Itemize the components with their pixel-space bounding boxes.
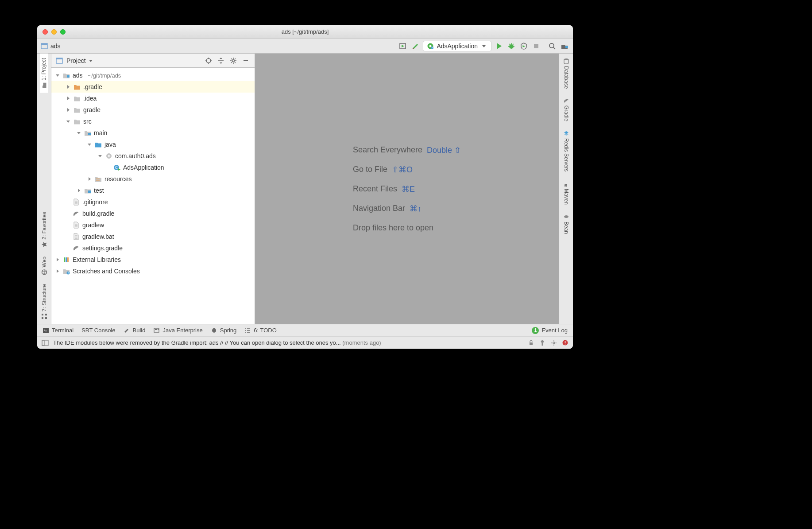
node-label: gradlew.bat [82, 233, 114, 240]
svg-line-47 [235, 58, 236, 59]
svg-marker-49 [56, 74, 59, 77]
node-label: .gradle [83, 83, 102, 90]
node-path: ~/git/tmp/ads [88, 72, 121, 79]
coverage-button[interactable] [519, 41, 529, 51]
tab-sbt-console[interactable]: SBT Console [81, 327, 115, 334]
disclosure-down-icon[interactable] [87, 142, 92, 147]
rail-tab-project[interactable]: 1: Project [40, 54, 48, 93]
disclosure-right-icon[interactable] [66, 107, 71, 113]
tab-spring[interactable]: Spring [211, 327, 237, 334]
rail-tab-redis[interactable]: Redis Servers [562, 126, 570, 176]
window-close-button[interactable] [43, 29, 48, 35]
tree-node-build-gradle[interactable]: build.gradle [51, 208, 255, 219]
view-config-icon[interactable] [398, 41, 408, 51]
tree-node-scratches[interactable]: Scratches and Consoles [51, 265, 255, 277]
tree-node-root[interactable]: ads ~/git/tmp/ads [51, 70, 255, 81]
tree-node-java[interactable]: java [51, 139, 255, 150]
window-minimize-button[interactable] [51, 29, 57, 35]
collapse-all-icon[interactable] [217, 56, 225, 65]
rail-label: Database [563, 66, 569, 89]
disclosure-right-icon[interactable] [55, 268, 60, 274]
tree-node-test[interactable]: test [51, 185, 255, 196]
svg-text:C: C [115, 165, 118, 170]
tab-label: Event Log [541, 327, 568, 334]
disclosure-right-icon[interactable] [55, 257, 60, 262]
stop-button[interactable] [531, 41, 541, 51]
tab-label: Terminal [52, 327, 73, 334]
disclosure-right-icon[interactable] [76, 188, 81, 193]
module-icon [41, 43, 48, 50]
tab-build[interactable]: Build [123, 327, 145, 334]
disclosure-down-icon[interactable] [76, 130, 81, 136]
inspector-icon[interactable] [539, 339, 546, 346]
project-tool-window: Project ads ~/git/tmp/ads [51, 54, 255, 324]
search-icon[interactable] [547, 41, 557, 51]
project-structure-icon[interactable] [560, 41, 569, 51]
tab-java-enterprise[interactable]: Java Enterprise [153, 327, 202, 334]
rail-tab-web[interactable]: Web [40, 252, 48, 280]
svg-rect-48 [244, 60, 248, 61]
disclosure-down-icon[interactable] [97, 153, 103, 159]
project-tree[interactable]: ads ~/git/tmp/ads .gradle .idea [51, 68, 255, 324]
disclosure-right-icon[interactable] [66, 84, 71, 89]
hint-label: Go to File [353, 165, 387, 174]
rail-tab-maven[interactable]: m Maven [562, 176, 570, 209]
editor-area[interactable]: Search EverywhereDouble ⇧ Go to File⇧⌘O … [255, 54, 559, 324]
disclosure-right-icon[interactable] [66, 96, 71, 101]
gradle-icon [73, 210, 80, 217]
svg-marker-3 [402, 45, 404, 47]
rail-tab-structure[interactable]: 7: Structure [40, 280, 48, 324]
project-view-icon [56, 57, 63, 64]
hint-shortcut: ⌘↑ [410, 204, 421, 214]
disclosure-right-icon[interactable] [87, 176, 92, 182]
tree-node-resources[interactable]: resources [51, 173, 255, 185]
rail-label: Maven [563, 189, 569, 205]
module-icon [63, 72, 70, 79]
right-tool-rail: Database Gradle Redis Servers m Maven Be… [559, 54, 573, 324]
tree-node-gradle-dot[interactable]: .gradle [51, 81, 255, 93]
tab-event-log[interactable]: 1 Event Log [532, 327, 568, 334]
folder-icon [41, 82, 47, 89]
debug-button[interactable] [507, 41, 516, 51]
tab-terminal[interactable]: Terminal [43, 327, 73, 334]
window-zoom-button[interactable] [60, 29, 66, 35]
locate-icon[interactable] [204, 56, 213, 65]
error-indicator-icon[interactable] [562, 339, 568, 346]
project-pane-header: Project [51, 54, 255, 68]
svg-rect-68 [88, 191, 91, 193]
build-icon[interactable] [410, 41, 420, 51]
rail-tab-gradle[interactable]: Gradle [562, 93, 570, 126]
settings-sync-icon[interactable] [550, 339, 557, 346]
tree-node-gradle[interactable]: gradle [51, 104, 255, 116]
tree-node-gitignore[interactable]: .gitignore [51, 196, 255, 208]
tab-todo[interactable]: 6: TODO [244, 327, 277, 334]
gear-icon[interactable] [229, 56, 238, 65]
rail-tab-bean[interactable]: Bean [562, 209, 570, 238]
breadcrumb[interactable]: ads [41, 43, 61, 50]
rail-tab-database[interactable]: Database [562, 54, 570, 93]
disclosure-down-icon[interactable] [55, 73, 60, 78]
status-panel-icon[interactable] [42, 339, 49, 346]
tree-node-main[interactable]: main [51, 127, 255, 139]
tree-node-app-class[interactable]: C AdsApplication [51, 162, 255, 173]
globe-icon [41, 269, 47, 275]
run-button[interactable] [494, 41, 504, 51]
svg-point-60 [108, 155, 110, 157]
svg-text:m: m [564, 183, 569, 187]
tree-node-package[interactable]: com.auth0.ads [51, 150, 255, 162]
tree-node-settings-gradle[interactable]: settings.gradle [51, 242, 255, 254]
tree-node-external-libraries[interactable]: External Libraries [51, 254, 255, 265]
chevron-down-icon[interactable] [89, 58, 93, 63]
svg-line-46 [231, 62, 232, 63]
run-configuration-dropdown[interactable]: AdsApplication [423, 41, 491, 51]
node-label: test [94, 187, 104, 194]
tree-node-src[interactable]: src [51, 116, 255, 127]
hide-pane-icon[interactable] [241, 56, 250, 65]
rail-tab-favorites[interactable]: 2: Favorites [40, 207, 48, 252]
svg-marker-64 [89, 177, 91, 181]
tree-node-idea[interactable]: .idea [51, 93, 255, 104]
tree-node-gradlew[interactable]: gradlew [51, 219, 255, 231]
lock-icon[interactable] [528, 339, 534, 346]
disclosure-down-icon[interactable] [66, 119, 71, 124]
tree-node-gradlew-bat[interactable]: gradlew.bat [51, 231, 255, 242]
